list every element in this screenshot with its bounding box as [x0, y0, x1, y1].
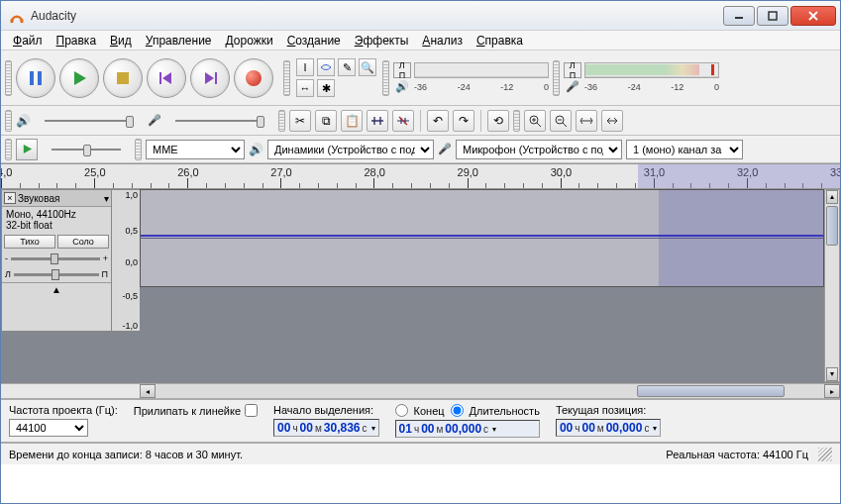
- track-menu-dropdown-icon[interactable]: ▾: [104, 193, 109, 204]
- record-button[interactable]: [234, 58, 273, 98]
- menu-edit[interactable]: Правка: [51, 32, 103, 50]
- output-meter-toggle[interactable]: ЛП: [393, 62, 411, 78]
- track-collapse-button[interactable]: ▲: [2, 282, 111, 296]
- meter-tick: -24: [628, 82, 641, 92]
- track-name[interactable]: Звуковая: [18, 193, 102, 204]
- svg-line-20: [563, 123, 567, 127]
- input-channels-select[interactable]: 1 (моно) канал за: [626, 140, 743, 159]
- play-at-speed-button[interactable]: [16, 139, 38, 160]
- titlebar: Audacity: [1, 1, 840, 31]
- meter-tick: -36: [414, 82, 427, 92]
- playback-speed-slider[interactable]: [42, 140, 131, 159]
- pause-button[interactable]: [16, 58, 55, 98]
- svg-marker-11: [162, 72, 171, 84]
- scroll-up-button[interactable]: ▴: [826, 190, 838, 204]
- input-volume-slider[interactable]: [165, 111, 274, 131]
- svg-rect-10: [159, 72, 161, 84]
- menu-effect[interactable]: Эффекты: [349, 32, 415, 50]
- toolbar-grip[interactable]: [135, 139, 142, 160]
- svg-rect-7: [38, 71, 42, 85]
- track-pan-slider[interactable]: ЛП: [2, 266, 111, 282]
- transport-toolbar: I ✎ 🔍 ↔ ✱ ЛП 🔊 -36 -24 -12 0 ЛП 🎤: [1, 50, 840, 106]
- sync-lock-button[interactable]: ⟲: [487, 110, 509, 132]
- scroll-down-button[interactable]: ▾: [826, 367, 838, 381]
- output-volume-slider[interactable]: [35, 111, 144, 131]
- envelope-tool-icon[interactable]: [317, 58, 335, 76]
- selection-start-label: Начало выделения:: [273, 404, 379, 416]
- mic-icon: 🎤: [438, 143, 452, 155]
- output-device-select[interactable]: Динамики (Устройство с под: [267, 140, 434, 159]
- input-meter-toggle[interactable]: ЛП: [564, 62, 581, 78]
- zoom-tool-icon[interactable]: 🔍: [359, 58, 376, 76]
- playback-meter[interactable]: [414, 62, 549, 78]
- menu-file[interactable]: Файл: [7, 32, 49, 50]
- svg-rect-12: [215, 72, 217, 84]
- toolbar-grip[interactable]: [513, 110, 520, 132]
- trim-button[interactable]: [367, 110, 388, 132]
- undo-button[interactable]: ↶: [427, 110, 449, 132]
- input-device-select[interactable]: Микрофон (Устройство с под: [456, 140, 622, 159]
- vertical-scrollbar[interactable]: ▴ ▾: [824, 189, 840, 382]
- vertical-scale[interactable]: 1,0 0,5 0,0 -0,5 -1,0: [112, 189, 140, 332]
- statusbar: Времени до конца записи: 8 часов и 30 ми…: [1, 443, 840, 464]
- track-close-button[interactable]: ×: [4, 192, 16, 204]
- selection-end-radio[interactable]: [395, 404, 408, 417]
- svg-rect-1: [21, 19, 24, 23]
- skip-start-button[interactable]: [147, 58, 186, 98]
- snap-checkbox[interactable]: [245, 404, 258, 417]
- toolbar-grip[interactable]: [278, 110, 285, 132]
- zoom-out-button[interactable]: [550, 110, 572, 132]
- selection-length-time[interactable]: 01ч 00м 00,000с▾: [395, 420, 540, 438]
- selection-tool-icon[interactable]: I: [296, 58, 314, 76]
- selection-start-time[interactable]: 00ч 00м 30,836с▾: [273, 419, 379, 437]
- scroll-left-button[interactable]: ◂: [140, 384, 156, 398]
- solo-button[interactable]: Соло: [57, 235, 109, 249]
- toolbar-grip[interactable]: [5, 110, 12, 132]
- play-button[interactable]: [59, 58, 99, 98]
- silence-button[interactable]: [392, 110, 414, 132]
- mute-button[interactable]: Тихо: [4, 235, 55, 249]
- horizontal-scrollbar[interactable]: ◂ ▸: [1, 383, 840, 399]
- stop-button[interactable]: [103, 58, 143, 98]
- waveform-display[interactable]: [140, 189, 824, 287]
- fit-selection-button[interactable]: [576, 110, 597, 132]
- track-gain-slider[interactable]: -+: [2, 251, 111, 266]
- record-meter[interactable]: [584, 62, 719, 78]
- menu-help[interactable]: Справка: [471, 32, 529, 50]
- copy-button[interactable]: ⧉: [315, 110, 337, 132]
- meter-tick: 0: [714, 82, 719, 92]
- svg-marker-8: [74, 71, 86, 85]
- toolbar-grip[interactable]: [553, 60, 560, 96]
- timeshift-tool-icon[interactable]: ↔: [296, 79, 314, 97]
- toolbar-grip[interactable]: [283, 60, 290, 96]
- speaker-icon: 🔊: [16, 114, 31, 128]
- project-rate-select[interactable]: 44100: [9, 419, 88, 437]
- scroll-right-button[interactable]: ▸: [824, 384, 840, 398]
- maximize-button[interactable]: [757, 6, 788, 26]
- menu-analyze[interactable]: Анализ: [416, 32, 469, 50]
- skip-end-button[interactable]: [190, 58, 230, 98]
- fit-project-button[interactable]: [601, 110, 623, 132]
- audio-position-time[interactable]: 00ч 00м 00,000с▾: [556, 419, 662, 437]
- audio-host-select[interactable]: MME: [146, 140, 245, 159]
- redo-button[interactable]: ↷: [453, 110, 474, 132]
- selection-length-radio[interactable]: [451, 404, 464, 417]
- status-left: Времени до конца записи: 8 часов и 30 ми…: [9, 449, 243, 460]
- menu-transport[interactable]: Управление: [140, 32, 218, 50]
- timeline-ruler[interactable]: 24,025,026,027,028,029,030,031,032,033,0: [1, 163, 840, 189]
- draw-tool-icon[interactable]: ✎: [338, 58, 356, 76]
- cut-button[interactable]: ✂: [289, 110, 311, 132]
- toolbar-grip[interactable]: [5, 139, 12, 160]
- menu-generate[interactable]: Создание: [281, 32, 347, 50]
- menu-view[interactable]: Вид: [104, 32, 138, 50]
- multi-tool-icon[interactable]: ✱: [317, 79, 335, 97]
- close-button[interactable]: [790, 6, 836, 26]
- resize-grip[interactable]: [818, 448, 832, 461]
- toolbar-grip[interactable]: [382, 60, 389, 96]
- toolbar-grip[interactable]: [5, 60, 12, 96]
- paste-button[interactable]: 📋: [341, 110, 363, 132]
- menu-tracks[interactable]: Дорожки: [220, 32, 279, 50]
- track-control-panel: × Звуковая ▾ Моно, 44100Hz 32-bit float …: [1, 189, 112, 332]
- zoom-in-button[interactable]: [524, 110, 546, 132]
- minimize-button[interactable]: [723, 6, 755, 26]
